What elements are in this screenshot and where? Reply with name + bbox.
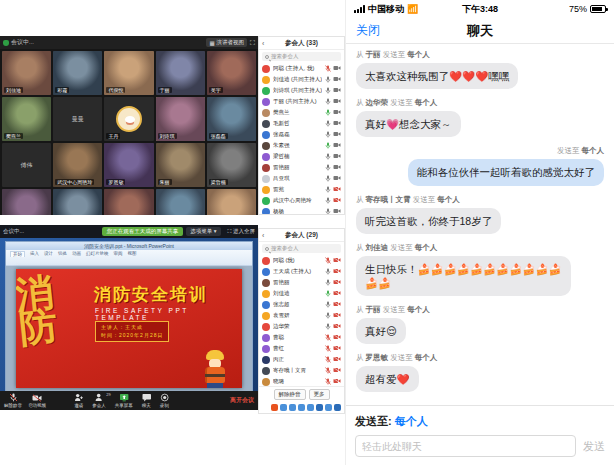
participant-avatar bbox=[262, 186, 270, 194]
toolbar-video-off-button[interactable]: 启动视频 bbox=[28, 394, 46, 408]
video-tile[interactable]: 梁哲楠 bbox=[207, 143, 256, 187]
ribbon-tab[interactable]: 审阅 bbox=[114, 251, 123, 256]
participant-row[interactable]: 雷艳丽 bbox=[259, 277, 344, 288]
participant-row[interactable]: 杨杨 bbox=[259, 206, 344, 214]
message-bubble[interactable]: 生日快乐！🍰🍰🍰🍰🍰🍰🍰🍰🍰🍰🍰🍰🍰 bbox=[356, 256, 571, 296]
handwrite-icon[interactable] bbox=[289, 404, 296, 411]
video-tile[interactable]: 雷艳丽 bbox=[104, 189, 153, 215]
video-tile[interactable]: 于丽 bbox=[156, 51, 205, 95]
participant-row[interactable]: 刘佳迪 (共同主持人) bbox=[259, 74, 344, 85]
ribbon-tab[interactable]: 设计 bbox=[44, 251, 53, 256]
panel-gap bbox=[0, 215, 345, 225]
toolbar-chat-button[interactable]: 聊天 bbox=[142, 394, 151, 408]
toolbar-share-screen-button[interactable]: 共享屏幕 bbox=[115, 394, 133, 408]
participants-header: ‹ 参会人 (33) bbox=[259, 37, 344, 50]
mic-status-icon bbox=[325, 301, 331, 308]
skin-icon[interactable] bbox=[325, 404, 332, 411]
participant-row[interactable]: 梁哲楠 bbox=[259, 151, 344, 162]
chat-message-input[interactable] bbox=[355, 435, 576, 457]
toolbar-invite-button[interactable]: 邀请 bbox=[74, 394, 83, 408]
message-bubble[interactable]: 真好💗想念大家～ bbox=[356, 111, 461, 137]
toolbar-record-button[interactable]: 录制 bbox=[160, 394, 169, 408]
participant-row[interactable]: 张志超 bbox=[259, 299, 344, 310]
chat-message: 从 边华荣 发送至 每个人真好💗想念大家～ bbox=[356, 98, 604, 137]
message-bubble[interactable]: 听完这首歌，你终于18岁了 bbox=[356, 208, 501, 234]
participant-search-input[interactable]: 搜索参会人 bbox=[262, 244, 341, 253]
participant-name: 阿聪 (主持人, 我) bbox=[273, 65, 322, 72]
message-bubble[interactable]: 能和各位伙伴一起听着歌的感觉太好了 bbox=[408, 159, 605, 185]
participant-row[interactable]: 王天成 (主持人) bbox=[259, 266, 344, 277]
video-tile[interactable]: 袁雪妍 bbox=[156, 189, 205, 215]
ribbon-tab[interactable]: 视图 bbox=[128, 251, 137, 256]
participant-row[interactable]: 边华荣 bbox=[259, 321, 344, 332]
back-chevron-icon[interactable]: ‹ bbox=[262, 40, 264, 47]
settings-icon[interactable] bbox=[307, 404, 314, 411]
video-tile[interactable]: 罗恩敏 bbox=[104, 143, 153, 187]
video-tile[interactable]: 曼曼 bbox=[53, 97, 102, 141]
tools-icon[interactable] bbox=[334, 404, 341, 411]
participant-row[interactable]: 朱素强 bbox=[259, 140, 344, 151]
participants-footer-button[interactable]: 解除静音 bbox=[274, 389, 306, 400]
video-tile[interactable]: 代俊悦 bbox=[104, 51, 153, 95]
participants-footer-button[interactable]: 更多 bbox=[309, 389, 330, 400]
video-tile[interactable]: 刘佳迪 bbox=[2, 51, 51, 95]
send-button[interactable]: 发送 bbox=[583, 439, 605, 454]
participant-search-input[interactable]: 搜索参会人 bbox=[262, 52, 341, 61]
fullscreen-icon[interactable]: ⛶ bbox=[250, 39, 255, 47]
sogou-logo-icon[interactable] bbox=[271, 404, 278, 411]
ribbon-tab[interactable]: 动画 bbox=[72, 251, 81, 256]
message-bubble[interactable]: 太喜欢这种氛围了❤️❤️❤️嘿嘿 bbox=[356, 63, 518, 89]
ribbon-tab[interactable]: 幻灯片放映 bbox=[86, 251, 109, 256]
participant-row[interactable]: 樊燕兰 bbox=[259, 107, 344, 118]
participant-row[interactable]: 刘佳迪 bbox=[259, 288, 344, 299]
participant-row[interactable]: 丙正 bbox=[259, 354, 344, 365]
participant-row[interactable]: 晓璐 bbox=[259, 376, 344, 386]
back-chevron-icon[interactable]: ‹ bbox=[262, 232, 264, 239]
mic-icon[interactable] bbox=[298, 404, 305, 411]
participant-row[interactable]: 阿聪 (我) bbox=[259, 255, 344, 266]
message-bubble[interactable]: 超有爱❤️ bbox=[356, 366, 419, 392]
leave-meeting-button[interactable]: 离开会议 bbox=[230, 396, 254, 405]
participant-row[interactable]: 吕亚琪 bbox=[259, 173, 344, 184]
video-tile[interactable]: 李哲 bbox=[53, 189, 102, 215]
participant-avatar bbox=[262, 257, 270, 265]
participant-avatar bbox=[262, 367, 270, 375]
toolbar-participants-button[interactable]: 参会人29 bbox=[92, 394, 106, 408]
participants-title: 参会人 (33) bbox=[285, 39, 318, 48]
participant-row[interactable]: 袁雪妍 bbox=[259, 310, 344, 321]
send-to-selector[interactable]: 每个人 bbox=[395, 415, 428, 427]
participant-row[interactable]: 寄存哦丨文霄 bbox=[259, 365, 344, 376]
participant-row[interactable]: 毛新哲 bbox=[259, 118, 344, 129]
video-tile[interactable]: 武汉中心周艳玲 bbox=[53, 143, 102, 187]
video-tile[interactable]: 吴宇 bbox=[207, 51, 256, 95]
video-tile[interactable]: 徐馨兰 bbox=[2, 189, 51, 215]
message-bubble[interactable]: 真好😌 bbox=[356, 318, 406, 344]
enter-fullscreen-button[interactable]: ⛶ 进入全屏 bbox=[224, 228, 255, 235]
participant-row[interactable]: 雷艳丽 bbox=[259, 162, 344, 173]
participant-row[interactable]: 张磊磊 bbox=[259, 129, 344, 140]
ribbon-tab[interactable]: 切换 bbox=[58, 251, 67, 256]
keyboard-icon[interactable] bbox=[316, 404, 323, 411]
options-menu-button[interactable]: 选项菜单 ▾ bbox=[186, 227, 220, 236]
participant-row[interactable]: 阿聪 (主持人, 我) bbox=[259, 63, 344, 74]
participant-row[interactable]: 雷苑 bbox=[259, 184, 344, 195]
ribbon-tab[interactable]: 插入 bbox=[30, 251, 39, 256]
video-tile[interactable]: 王丹 bbox=[104, 97, 153, 141]
video-tile[interactable]: 彩霞 bbox=[53, 51, 102, 95]
video-tile[interactable]: 曹聪 bbox=[207, 189, 256, 215]
toolbar-mic-off-button[interactable]: 解除静音 bbox=[4, 394, 22, 408]
message-list[interactable]: 从 于丽 发送至 每个人太喜欢这种氛围了❤️❤️❤️嘿嘿从 边华荣 发送至 每个… bbox=[346, 44, 614, 405]
ribbon-tab[interactable]: 开始 bbox=[10, 251, 25, 257]
participant-row[interactable]: 刘诗琪 (共同主持人) bbox=[259, 85, 344, 96]
participant-row[interactable]: 曹聪 bbox=[259, 332, 344, 343]
participant-row[interactable]: 曹红 bbox=[259, 343, 344, 354]
participant-row[interactable]: 于丽 (共同主持人) bbox=[259, 96, 344, 107]
video-tile[interactable]: 樊燕兰 bbox=[2, 97, 51, 141]
participant-row[interactable]: 武汉中心周艳玲 bbox=[259, 195, 344, 206]
video-tile[interactable]: 张磊磊 bbox=[207, 97, 256, 141]
video-tile[interactable]: 刘诗琪 bbox=[156, 97, 205, 141]
video-tile[interactable]: 朱丽 bbox=[156, 143, 205, 187]
emoji-icon[interactable] bbox=[280, 404, 287, 411]
video-tile[interactable]: 傅伟 bbox=[2, 143, 51, 187]
speaker-view-button[interactable]: ▦ 演讲者视图 bbox=[206, 38, 247, 47]
